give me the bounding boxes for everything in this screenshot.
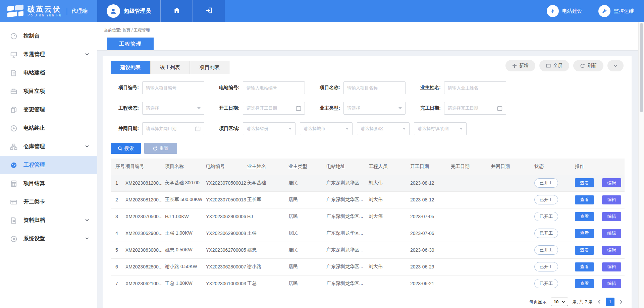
sidebar-item-general-mgmt[interactable]: 常规管理: [0, 45, 97, 64]
prev-page-button[interactable]: [597, 299, 602, 304]
city-select[interactable]: 请选择城市: [300, 122, 353, 135]
chevron-down-icon: [85, 236, 89, 242]
town-select[interactable]: 请选择村镇/街道: [414, 122, 467, 135]
credit-card-icon: [10, 198, 17, 206]
filter-panel: 项目编号: 电站编号: 项目名称: 业主姓名:: [111, 74, 624, 154]
table-row[interactable]: 2 XM2023081200... 王长军 500.00KW YX2023070…: [111, 191, 625, 208]
status-badge: 已开工: [534, 279, 558, 288]
app-subtitle: Po Jian Yun Fu: [28, 13, 62, 17]
nav-station-build[interactable]: 电站建设: [547, 5, 582, 17]
app-title: 破茧云伏: [28, 5, 62, 13]
logout-icon: [205, 7, 213, 15]
edit-button[interactable]: 编辑: [602, 246, 621, 255]
sidebar-item-console[interactable]: 控制台: [0, 27, 97, 45]
project-status-label: 工程状态:: [111, 105, 139, 111]
col-station-no: 电站编号: [206, 159, 247, 175]
table-row[interactable]: 5 XM2023063000... 姚忠 0.50KW YX2023062700…: [111, 242, 625, 258]
logout-button[interactable]: [193, 0, 225, 22]
sidebar-item-system-settings[interactable]: 系统设置: [0, 230, 97, 248]
reset-button[interactable]: 重置: [144, 143, 177, 154]
table-row[interactable]: 7 XM2023062100... 王总 1.00KW YX2023061000…: [111, 275, 625, 292]
tab-completion-list[interactable]: 竣工列表: [150, 61, 190, 74]
col-start-date: 开工日期: [410, 159, 451, 175]
home-button[interactable]: [160, 0, 193, 22]
town-value: 请选择村镇/街道: [418, 126, 449, 132]
logo-block: 破茧云伏 Po Jian Yun Fu 代理端: [0, 0, 97, 22]
sidebar-item-project-settlement[interactable]: 项目结算: [0, 174, 97, 193]
app-header: 破茧云伏 Po Jian Yun Fu 代理端 超级管理员 电: [0, 0, 644, 22]
col-owner: 业主姓名: [247, 159, 288, 175]
sidebar-item-change-mgmt[interactable]: 变更管理: [0, 101, 97, 119]
table-row[interactable]: 1 XM2023081200... 美学基础 300.00... YX20230…: [111, 175, 625, 191]
project-name-input[interactable]: [347, 85, 402, 90]
station-no-input[interactable]: [247, 85, 301, 90]
chevron-right-icon: [619, 299, 624, 304]
col-project-no: 项目编号: [125, 159, 165, 175]
edit-button[interactable]: 编辑: [602, 279, 621, 288]
view-button[interactable]: 查看: [575, 229, 594, 238]
sidebar-item-station-termination[interactable]: 电站终止: [0, 119, 97, 137]
sidebar-item-label: 变更管理: [23, 106, 45, 113]
sidebar-item-type2-card[interactable]: 开二类卡: [0, 193, 97, 211]
province-select[interactable]: 请选择省份: [243, 122, 296, 135]
sidebar-item-label: 项目结算: [23, 180, 45, 187]
page-tab-engineering[interactable]: 工程管理: [107, 38, 154, 50]
collapse-button[interactable]: [607, 60, 624, 71]
user-name: 超级管理员: [124, 8, 151, 15]
status-badge: 已开工: [534, 262, 558, 271]
caret-down-icon: [197, 107, 201, 109]
page-1-button[interactable]: 1: [606, 298, 614, 306]
col-project-name: 项目名称: [165, 159, 206, 175]
next-page-button[interactable]: [619, 299, 624, 304]
fullscreen-button-label: 全屏: [553, 63, 562, 69]
project-no-input[interactable]: [146, 85, 201, 90]
project-status-select[interactable]: 请选择: [142, 102, 204, 115]
edit-button[interactable]: 编辑: [602, 195, 621, 204]
sidebar-item-station-archive[interactable]: 电站建档: [0, 64, 97, 82]
view-button[interactable]: 查看: [575, 246, 594, 255]
sitemap-icon: [10, 143, 17, 150]
owner-name-input[interactable]: [448, 85, 502, 90]
view-button[interactable]: 查看: [575, 195, 594, 204]
edit-button[interactable]: 编辑: [602, 262, 621, 271]
col-index: 序号: [111, 159, 125, 175]
reset-icon: [153, 146, 157, 151]
caret-down-icon: [345, 128, 349, 130]
finish-date-picker[interactable]: 请选择完工日期: [444, 102, 506, 115]
sidebar: 控制台 常规管理 电站建档 项目立项 变更管理 电站终止 仓库管理: [0, 22, 97, 308]
tab-project-list[interactable]: 项目列表: [190, 61, 229, 74]
grid-date-picker[interactable]: 请选择并网日期: [142, 122, 204, 135]
tab-construction-list[interactable]: 建设列表: [111, 61, 150, 74]
table-row[interactable]: 3 XM2023070500... HJ 1.00KW YX2023062800…: [111, 208, 625, 225]
user-menu[interactable]: 超级管理员: [97, 0, 160, 22]
nav-monitor-ops[interactable]: 监控运维: [598, 5, 634, 17]
edit-button[interactable]: 编辑: [602, 178, 621, 187]
sidebar-item-engineering-mgmt[interactable]: 工程管理: [0, 156, 97, 174]
sidebar-item-project-initiation[interactable]: 项目立项: [0, 82, 97, 101]
refresh-button[interactable]: 刷新: [573, 60, 603, 71]
edit-button[interactable]: 编辑: [602, 229, 621, 238]
sidebar-item-data-archive[interactable]: 资料归档: [0, 211, 97, 230]
view-button[interactable]: 查看: [575, 212, 594, 221]
view-button[interactable]: 查看: [575, 279, 594, 288]
fullscreen-button[interactable]: 全屏: [539, 60, 569, 71]
per-page-value: 10: [554, 299, 558, 304]
edit-button[interactable]: 编辑: [602, 212, 621, 221]
view-button[interactable]: 查看: [575, 262, 594, 271]
per-page-select[interactable]: 10: [551, 298, 568, 306]
sidebar-item-warehouse-mgmt[interactable]: 仓库管理: [0, 137, 97, 156]
view-button[interactable]: 查看: [575, 178, 594, 187]
add-button[interactable]: 新增: [505, 60, 535, 71]
scrollbar[interactable]: [638, 22, 644, 308]
table-row[interactable]: 4 XM2023062900... 王强 1.00KW YX2023062900…: [111, 225, 625, 242]
start-date-picker[interactable]: 请选择开工日期: [243, 102, 305, 115]
scrollbar-thumb[interactable]: [640, 23, 643, 112]
county-select[interactable]: 请选择县/区: [357, 122, 410, 135]
breadcrumb-path[interactable]: 首页 / 工程管理: [122, 28, 150, 33]
reset-button-label: 重置: [159, 145, 169, 151]
start-date-label: 开工日期:: [211, 105, 239, 111]
search-button[interactable]: 搜索: [111, 143, 141, 154]
table-row[interactable]: 6 XM2023062800... 谢小路 0.50KW YX202306280…: [111, 258, 625, 275]
refresh-icon: [580, 63, 585, 68]
owner-type-select[interactable]: 请选择: [343, 102, 406, 115]
